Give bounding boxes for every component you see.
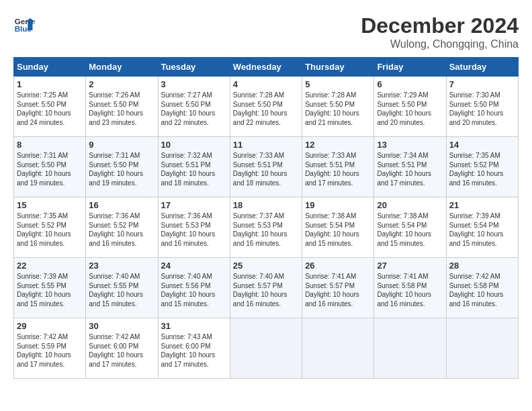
day-number: 30 — [89, 321, 154, 331]
day-number: 3 — [161, 79, 227, 89]
calendar-cell: 13Sunrise: 7:34 AMSunset: 5:51 PMDayligh… — [374, 137, 446, 197]
logo: General Blue — [13, 13, 35, 35]
day-info: Sunrise: 7:32 AMSunset: 5:51 PMDaylight:… — [161, 151, 227, 187]
calendar-cell: 17Sunrise: 7:36 AMSunset: 5:53 PMDayligh… — [158, 197, 230, 258]
day-number: 1 — [17, 79, 83, 89]
day-info: Sunrise: 7:26 AMSunset: 5:50 PMDaylight:… — [89, 91, 154, 127]
day-info: Sunrise: 7:28 AMSunset: 5:50 PMDaylight:… — [305, 91, 371, 127]
month-title: December 2024 — [361, 13, 519, 38]
calendar-cell: 11Sunrise: 7:33 AMSunset: 5:51 PMDayligh… — [230, 137, 302, 197]
calendar-cell: 5Sunrise: 7:28 AMSunset: 5:50 PMDaylight… — [302, 77, 374, 137]
calendar-cell: 10Sunrise: 7:32 AMSunset: 5:51 PMDayligh… — [158, 137, 230, 197]
day-info: Sunrise: 7:35 AMSunset: 5:52 PMDaylight:… — [17, 212, 83, 248]
calendar-cell: 26Sunrise: 7:41 AMSunset: 5:57 PMDayligh… — [302, 258, 374, 318]
location-title: Wulong, Chongqing, China — [361, 38, 519, 50]
day-info: Sunrise: 7:25 AMSunset: 5:50 PMDaylight:… — [17, 91, 83, 127]
day-number: 12 — [305, 140, 371, 150]
day-info: Sunrise: 7:28 AMSunset: 5:50 PMDaylight:… — [233, 91, 299, 127]
day-number: 23 — [89, 261, 154, 271]
calendar-cell — [230, 318, 302, 379]
calendar-cell: 14Sunrise: 7:35 AMSunset: 5:52 PMDayligh… — [446, 137, 518, 197]
calendar-table: Sunday Monday Tuesday Wednesday Thursday… — [13, 57, 519, 379]
day-info: Sunrise: 7:27 AMSunset: 5:50 PMDaylight:… — [161, 91, 227, 127]
calendar-week-1: 1Sunrise: 7:25 AMSunset: 5:50 PMDaylight… — [14, 77, 519, 137]
day-info: Sunrise: 7:29 AMSunset: 5:50 PMDaylight:… — [377, 91, 443, 127]
calendar-cell: 28Sunrise: 7:42 AMSunset: 5:58 PMDayligh… — [446, 258, 518, 318]
day-info: Sunrise: 7:36 AMSunset: 5:52 PMDaylight:… — [89, 212, 154, 248]
calendar-week-4: 22Sunrise: 7:39 AMSunset: 5:55 PMDayligh… — [14, 258, 519, 318]
day-number: 25 — [233, 261, 299, 271]
day-number: 2 — [89, 79, 154, 89]
day-info: Sunrise: 7:40 AMSunset: 5:57 PMDaylight:… — [233, 272, 299, 308]
day-info: Sunrise: 7:35 AMSunset: 5:52 PMDaylight:… — [449, 151, 515, 187]
day-number: 7 — [449, 79, 515, 89]
day-number: 20 — [377, 200, 443, 210]
day-number: 27 — [377, 261, 443, 271]
calendar-cell: 31Sunrise: 7:43 AMSunset: 6:00 PMDayligh… — [158, 318, 230, 379]
calendar-cell: 20Sunrise: 7:38 AMSunset: 5:54 PMDayligh… — [374, 197, 446, 258]
day-number: 28 — [449, 261, 515, 271]
day-number: 21 — [449, 200, 515, 210]
col-thursday: Thursday — [302, 58, 374, 77]
day-number: 15 — [17, 200, 83, 210]
day-info: Sunrise: 7:43 AMSunset: 6:00 PMDaylight:… — [161, 332, 227, 369]
day-info: Sunrise: 7:41 AMSunset: 5:58 PMDaylight:… — [377, 272, 443, 308]
day-info: Sunrise: 7:42 AMSunset: 5:58 PMDaylight:… — [449, 272, 515, 308]
day-number: 31 — [161, 321, 227, 331]
calendar-cell: 15Sunrise: 7:35 AMSunset: 5:52 PMDayligh… — [14, 197, 86, 258]
day-number: 10 — [161, 140, 227, 150]
day-info: Sunrise: 7:38 AMSunset: 5:54 PMDaylight:… — [377, 212, 443, 248]
calendar-cell: 6Sunrise: 7:29 AMSunset: 5:50 PMDaylight… — [374, 77, 446, 137]
day-number: 22 — [17, 261, 83, 271]
day-number: 26 — [305, 261, 371, 271]
calendar-week-3: 15Sunrise: 7:35 AMSunset: 5:52 PMDayligh… — [14, 197, 519, 258]
day-info: Sunrise: 7:39 AMSunset: 5:54 PMDaylight:… — [449, 212, 515, 248]
calendar-cell: 25Sunrise: 7:40 AMSunset: 5:57 PMDayligh… — [230, 258, 302, 318]
calendar-cell: 18Sunrise: 7:37 AMSunset: 5:53 PMDayligh… — [230, 197, 302, 258]
day-info: Sunrise: 7:42 AMSunset: 6:00 PMDaylight:… — [89, 332, 154, 369]
calendar-cell: 9Sunrise: 7:31 AMSunset: 5:50 PMDaylight… — [86, 137, 158, 197]
day-number: 5 — [305, 79, 371, 89]
calendar-cell: 23Sunrise: 7:40 AMSunset: 5:55 PMDayligh… — [86, 258, 158, 318]
calendar-cell: 12Sunrise: 7:33 AMSunset: 5:51 PMDayligh… — [302, 137, 374, 197]
page-header: General Blue December 2024 Wulong, Chong… — [13, 13, 519, 50]
day-number: 16 — [89, 200, 154, 210]
title-area: December 2024 Wulong, Chongqing, China — [361, 13, 519, 50]
day-number: 18 — [233, 200, 299, 210]
day-number: 6 — [377, 79, 443, 89]
col-saturday: Saturday — [446, 58, 518, 77]
logo-icon: General Blue — [13, 13, 35, 35]
calendar-cell — [374, 318, 446, 379]
day-info: Sunrise: 7:34 AMSunset: 5:51 PMDaylight:… — [377, 151, 443, 187]
calendar-cell: 21Sunrise: 7:39 AMSunset: 5:54 PMDayligh… — [446, 197, 518, 258]
day-number: 13 — [377, 140, 443, 150]
calendar-cell: 19Sunrise: 7:38 AMSunset: 5:54 PMDayligh… — [302, 197, 374, 258]
day-info: Sunrise: 7:42 AMSunset: 5:59 PMDaylight:… — [17, 332, 83, 369]
calendar-week-5: 29Sunrise: 7:42 AMSunset: 5:59 PMDayligh… — [14, 318, 519, 379]
day-number: 11 — [233, 140, 299, 150]
calendar-cell: 7Sunrise: 7:30 AMSunset: 5:50 PMDaylight… — [446, 77, 518, 137]
calendar-cell: 24Sunrise: 7:40 AMSunset: 5:56 PMDayligh… — [158, 258, 230, 318]
day-info: Sunrise: 7:33 AMSunset: 5:51 PMDaylight:… — [233, 151, 299, 187]
day-info: Sunrise: 7:37 AMSunset: 5:53 PMDaylight:… — [233, 212, 299, 248]
calendar-cell: 27Sunrise: 7:41 AMSunset: 5:58 PMDayligh… — [374, 258, 446, 318]
col-wednesday: Wednesday — [230, 58, 302, 77]
day-info: Sunrise: 7:30 AMSunset: 5:50 PMDaylight:… — [449, 91, 515, 127]
day-info: Sunrise: 7:31 AMSunset: 5:50 PMDaylight:… — [17, 151, 83, 187]
calendar-cell: 4Sunrise: 7:28 AMSunset: 5:50 PMDaylight… — [230, 77, 302, 137]
day-number: 4 — [233, 79, 299, 89]
calendar-cell — [302, 318, 374, 379]
calendar-cell: 29Sunrise: 7:42 AMSunset: 5:59 PMDayligh… — [14, 318, 86, 379]
day-number: 17 — [161, 200, 227, 210]
col-sunday: Sunday — [14, 58, 86, 77]
col-friday: Friday — [374, 58, 446, 77]
day-info: Sunrise: 7:40 AMSunset: 5:55 PMDaylight:… — [89, 272, 154, 308]
day-info: Sunrise: 7:40 AMSunset: 5:56 PMDaylight:… — [161, 272, 227, 308]
day-number: 29 — [17, 321, 83, 331]
calendar-cell: 30Sunrise: 7:42 AMSunset: 6:00 PMDayligh… — [86, 318, 158, 379]
day-info: Sunrise: 7:41 AMSunset: 5:57 PMDaylight:… — [305, 272, 371, 308]
calendar-cell: 3Sunrise: 7:27 AMSunset: 5:50 PMDaylight… — [158, 77, 230, 137]
header-row: Sunday Monday Tuesday Wednesday Thursday… — [14, 58, 519, 77]
day-info: Sunrise: 7:39 AMSunset: 5:55 PMDaylight:… — [17, 272, 83, 308]
day-number: 24 — [161, 261, 227, 271]
